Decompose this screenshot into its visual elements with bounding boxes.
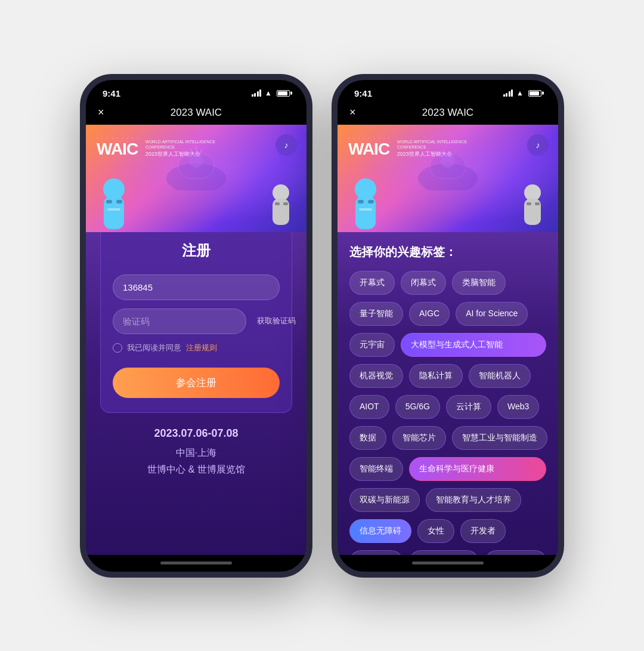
tag-aiethics[interactable]: AI伦理与治理 xyxy=(409,550,479,555)
tags-row-10: 国际合作 AI伦理与治理 信息无障碍 xyxy=(349,550,546,555)
music-icon-1: ♪ xyxy=(284,140,289,150)
waic-wordmark-1: WAIC xyxy=(97,141,140,158)
character-right-1 xyxy=(268,184,295,226)
tag-metaverse[interactable]: 元宇宙 xyxy=(349,333,395,357)
tag-privacy[interactable]: 隐私计算 xyxy=(409,364,463,388)
svg-point-20 xyxy=(524,184,541,201)
close-icon-1[interactable]: × xyxy=(98,106,104,119)
svg-point-26 xyxy=(441,153,455,168)
wifi-icon-1: ▲ xyxy=(265,89,272,97)
tag-chip[interactable]: 智能芯片 xyxy=(392,426,446,450)
verify-row: 获取验证码 xyxy=(113,308,280,334)
svg-rect-8 xyxy=(283,202,288,205)
tag-quantum[interactable]: 量子智能 xyxy=(349,302,403,326)
tags-row-4: 机器视觉 隐私计算 智能机器人 xyxy=(349,364,546,388)
tag-5g[interactable]: 5G/6G xyxy=(395,395,440,419)
phone-input[interactable] xyxy=(113,274,280,300)
music-icon-2: ♪ xyxy=(536,140,540,150)
agree-text: 我已阅读并同意 xyxy=(127,343,181,353)
status-icons-1: ▲ xyxy=(252,89,290,97)
bottom-info: 2023.07.06-07.08 中国·上海 世博中心 & 世博展览馆 xyxy=(147,427,245,497)
svg-line-14 xyxy=(199,149,202,155)
event-location-line2: 世博中心 & 世博展览馆 xyxy=(147,461,245,479)
status-icons-2: ▲ xyxy=(503,89,541,97)
scene-decor xyxy=(160,143,232,190)
tags-grid: 开幕式 闭幕式 类脑智能 量子智能 AIGC AI for Science 元宇… xyxy=(349,271,546,555)
tag-web3[interactable]: Web3 xyxy=(497,395,539,419)
agree-row: 我已阅读并同意 注册规则 xyxy=(113,343,280,353)
tags-row-2: 量子智能 AIGC AI for Science xyxy=(349,302,546,326)
music-button-1[interactable]: ♪ xyxy=(275,134,297,156)
event-date: 2023.07.06-07.08 xyxy=(147,427,245,440)
form-title: 注册 xyxy=(113,241,280,260)
tags-row-9: 信息无障碍 女性 开发者 xyxy=(349,519,546,543)
tag-kamuishi[interactable]: 开幕式 xyxy=(349,271,395,295)
tag-dualcarbon[interactable]: 双碳与新能源 xyxy=(349,488,420,512)
svg-rect-23 xyxy=(535,202,540,205)
svg-rect-2 xyxy=(106,200,112,203)
status-bar-2: 9:41 ▲ xyxy=(338,80,558,102)
tag-female[interactable]: 女性 xyxy=(417,519,454,543)
tag-aigc[interactable]: AIGC xyxy=(409,302,450,326)
phone-content-1: 注册 获取验证码 我已阅读并同意 注册规则 参会注册 2023.07.06-07… xyxy=(86,232,306,555)
get-code-button[interactable]: 获取验证码 xyxy=(252,308,301,334)
agree-link[interactable]: 注册规则 xyxy=(186,343,217,353)
tags-row-5: AIOT 5G/6G 云计算 Web3 xyxy=(349,395,546,419)
tag-education[interactable]: 智能教育与人才培养 xyxy=(426,488,521,512)
character-right-2 xyxy=(519,184,546,226)
tag-terminal[interactable]: 智能终端 xyxy=(349,457,403,481)
svg-line-12 xyxy=(190,149,193,155)
svg-rect-4 xyxy=(107,208,120,211)
svg-rect-7 xyxy=(275,202,280,205)
nav-title-1: 2023 WAIC xyxy=(171,107,222,119)
tag-robot[interactable]: 智能机器人 xyxy=(469,364,531,388)
svg-rect-17 xyxy=(358,200,364,203)
status-time-2: 9:41 xyxy=(354,88,372,98)
tags-row-8: 双碳与新能源 智能教育与人才培养 xyxy=(349,488,546,512)
tags-row-1: 开幕式 闭幕式 类脑智能 xyxy=(349,271,546,295)
tag-bimuishi[interactable]: 闭幕式 xyxy=(401,271,446,295)
tag-cloud[interactable]: 云计算 xyxy=(446,395,491,419)
tag-llm[interactable]: 大模型与生成式人工智能 xyxy=(401,333,546,357)
waic-wordmark-2: WAIC xyxy=(348,141,391,158)
tags-row-7: 智能终端 生命科学与医疗健康 xyxy=(349,457,546,481)
scene-decor-2 xyxy=(412,143,484,190)
status-bar-1: 9:41 ▲ xyxy=(86,80,306,102)
register-button[interactable]: 参会注册 xyxy=(113,368,280,398)
phone-registration: 9:41 ▲ × 2023 WAIC · · · · · · · · · WAI… xyxy=(80,74,312,578)
verify-code-input[interactable] xyxy=(113,308,246,334)
battery-icon-1 xyxy=(277,90,290,97)
tag-aiscience[interactable]: AI for Science xyxy=(456,302,528,326)
tag-cv[interactable]: 机器视觉 xyxy=(349,364,403,388)
tag-aiot[interactable]: AIOT xyxy=(349,395,389,419)
hero-banner-1: · · · · · · · · · WAIC WORLD ARTIFICIAL … xyxy=(86,125,306,232)
tag-industry[interactable]: 智慧工业与智能制造 xyxy=(452,426,547,450)
character-left-1 xyxy=(98,178,131,232)
close-icon-2[interactable]: × xyxy=(349,106,356,119)
nav-bar-2: × 2023 WAIC xyxy=(338,102,558,125)
agree-checkbox[interactable] xyxy=(113,343,122,353)
tags-container: 选择你的兴趣标签： 开幕式 闭幕式 类脑智能 量子智能 AIGC AI for … xyxy=(338,232,558,555)
tag-intlcoop[interactable]: 国际合作 xyxy=(349,550,403,555)
home-indicator-2 xyxy=(338,555,558,572)
music-button-2[interactable]: ♪ xyxy=(527,134,549,156)
waic-dots-1: · · · · · · · · · xyxy=(97,135,140,141)
tags-row-3: 元宇宙 大模型与生成式人工智能 xyxy=(349,333,546,357)
svg-rect-19 xyxy=(359,208,372,211)
tag-leibrain[interactable]: 类脑智能 xyxy=(452,271,506,295)
home-indicator-1 xyxy=(86,555,306,572)
event-location-line1: 中国·上海 xyxy=(147,445,245,462)
registration-form-container: 注册 获取验证码 我已阅读并同意 注册规则 参会注册 2023.07.06-07… xyxy=(86,232,306,555)
home-bar-1 xyxy=(160,561,232,564)
tag-biohealth[interactable]: 生命科学与医疗健康 xyxy=(409,457,546,481)
tag-accessible2[interactable]: 信息无障碍 xyxy=(485,550,547,555)
svg-rect-18 xyxy=(368,200,374,203)
signal-icon-2 xyxy=(503,90,513,97)
tag-data[interactable]: 数据 xyxy=(349,426,386,450)
hero-banner-2: · · · · · · · · · WAIC WORLD ARTIFICIAL … xyxy=(338,125,558,232)
tag-accessible[interactable]: 信息无障碍 xyxy=(349,519,411,543)
tags-title: 选择你的兴趣标签： xyxy=(349,244,546,260)
svg-rect-3 xyxy=(116,200,122,203)
svg-rect-22 xyxy=(527,202,531,205)
tag-developer[interactable]: 开发者 xyxy=(460,519,506,543)
